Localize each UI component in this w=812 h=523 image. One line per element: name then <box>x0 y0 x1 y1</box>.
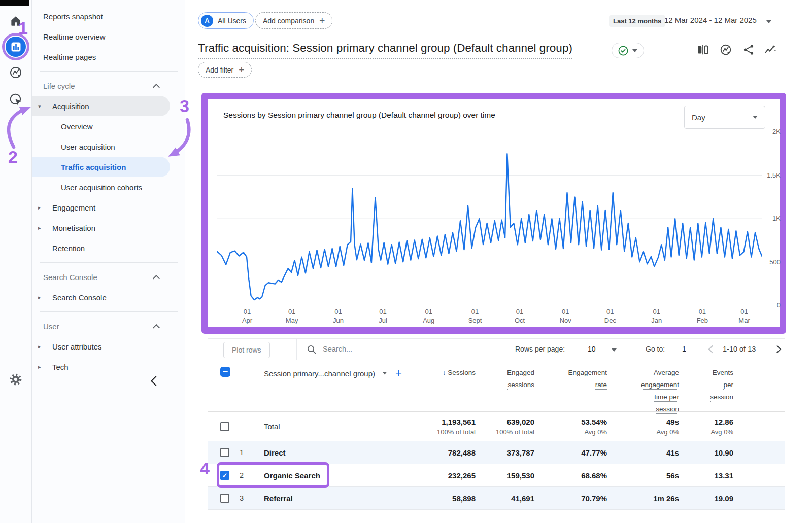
insights-gauge-icon[interactable] <box>719 43 732 56</box>
sidebar-item-label: Tech <box>52 363 69 371</box>
comparisons-icon[interactable] <box>696 43 709 56</box>
add-filter-button[interactable]: Add filter+ <box>198 62 252 78</box>
metric-value: 70.79% <box>534 494 607 503</box>
annotation-step-3: 3 <box>180 96 189 116</box>
controls-divider <box>296 339 297 360</box>
total-row-checkbox[interactable] <box>220 422 229 431</box>
sidebar-section-search-console[interactable]: Search Console <box>32 267 185 287</box>
sidebar-item-retention[interactable]: Retention <box>32 238 185 258</box>
search-input[interactable]: Search... <box>323 345 352 353</box>
column-header-engaged-sessions[interactable]: Engagedsessions <box>476 367 534 391</box>
column-header-avg-engagement-time[interactable]: Averageengagementtime persession <box>607 367 679 415</box>
add-comparison-button[interactable]: Add comparison+ <box>255 12 332 29</box>
go-to-input[interactable]: 1 <box>682 345 686 353</box>
plot-rows-button[interactable]: Plot rows <box>223 342 270 358</box>
table-column-divider <box>425 360 425 523</box>
add-metric-icon[interactable]: + <box>395 367 402 380</box>
sidebar-item-search-console[interactable]: ▸Search Console <box>32 287 185 307</box>
x-axis-tick: 01Apr <box>236 307 258 325</box>
expander-right-icon[interactable]: ▸ <box>38 343 41 350</box>
audience-chip-all-users[interactable]: A All Users <box>198 12 254 29</box>
x-axis-tick: 01Aug <box>418 307 440 325</box>
sidebar-item-label: Realtime overview <box>43 32 106 41</box>
annotation-step-2: 2 <box>8 147 18 167</box>
plus-icon: + <box>319 16 325 25</box>
dimension-header[interactable]: Session primary...channel group) + <box>257 367 425 380</box>
chart-title: Sessions by Session primary channel grou… <box>223 111 495 120</box>
header-divider <box>197 36 812 36</box>
share-icon[interactable] <box>742 43 755 56</box>
metric-value: 159,530 <box>476 471 534 480</box>
rows-per-page-select[interactable]: 10 <box>588 345 596 353</box>
auto-insights-icon[interactable] <box>764 43 777 56</box>
sidebar-divider <box>40 311 178 312</box>
expander-right-icon[interactable]: ▸ <box>38 204 41 211</box>
sidebar-item-acquisition[interactable]: ▾Acquisition <box>32 96 170 116</box>
next-page-icon[interactable] <box>773 345 782 354</box>
ga4-traffic-acquisition-page: Reports snapshotRealtime overviewRealtim… <box>0 0 812 523</box>
rows-per-page-label: Rows per page: <box>515 345 565 353</box>
sidebar-item-realtime-overview[interactable]: Realtime overview <box>32 26 185 47</box>
advertising-icon[interactable] <box>8 92 23 107</box>
date-range-picker[interactable]: 12 Mar 2024 - 12 Mar 2025 <box>664 16 757 24</box>
date-caret-icon[interactable] <box>766 20 771 23</box>
x-axis-tick: 01Mar <box>733 307 756 325</box>
expander-right-icon[interactable]: ▸ <box>38 225 41 231</box>
x-axis-tick: 01May <box>281 307 303 325</box>
channel-name: Referral <box>257 494 425 503</box>
sidebar-item-overview[interactable]: Overview <box>32 116 185 136</box>
sidebar-item-traffic-acquisition[interactable]: Traffic acquisition <box>32 157 170 177</box>
row-checkbox[interactable] <box>220 448 229 457</box>
chevron-up-icon <box>153 324 160 331</box>
sidebar-item-user-acquisition[interactable]: User acquisition <box>32 136 185 157</box>
sidebar-item-user-acquisition-cohorts[interactable]: User acquisition cohorts <box>32 177 185 197</box>
metric-value: 232,265 <box>425 471 476 480</box>
sidebar-item-user-attributes[interactable]: ▸User attributes <box>32 336 185 357</box>
data-quality-badge[interactable] <box>612 43 644 58</box>
sidebar-item-label: Monetisation <box>52 224 95 232</box>
total-value: 1,193,561 <box>425 417 476 426</box>
sidebar-item-realtime-pages[interactable]: Realtime pages <box>32 47 185 67</box>
metric-value: 56s <box>607 471 679 480</box>
column-header-events-per-session[interactable]: Eventspersession <box>679 367 733 403</box>
expander-right-icon[interactable]: ▸ <box>38 364 41 370</box>
page-title[interactable]: Traffic acquisition: Session primary cha… <box>198 42 572 59</box>
metric-value: 10.90 <box>679 448 733 457</box>
audience-badge: A <box>201 15 213 27</box>
sidebar-item-monetisation[interactable]: ▸Monetisation <box>32 218 185 238</box>
reports-icon[interactable] <box>6 37 26 57</box>
granularity-select[interactable]: Day <box>684 106 765 129</box>
sessions-over-time-chart-card: Sessions by Session primary channel grou… <box>201 93 786 334</box>
select-all-checkbox[interactable] <box>220 367 230 377</box>
admin-gear-icon[interactable] <box>8 372 23 387</box>
sidebar-item-label: Traffic acquisition <box>61 163 126 171</box>
row-checkbox[interactable] <box>220 494 229 503</box>
sidebar-item-tech[interactable]: ▸Tech <box>32 357 185 377</box>
expander-down-icon[interactable]: ▾ <box>38 103 41 110</box>
row-checkbox[interactable]: ✓ <box>220 471 229 480</box>
sidebar-item-label: Acquisition <box>52 102 89 111</box>
sidebar-section-user[interactable]: User <box>32 316 185 336</box>
y-axis-tick: 1.5K <box>761 171 781 179</box>
rows-per-page-caret-icon[interactable] <box>612 348 617 352</box>
annotation-step-1: 1 <box>18 18 28 38</box>
x-axis-tick: 01Jul <box>371 307 394 325</box>
total-value: 49s <box>607 417 679 426</box>
row-number: 3 <box>232 494 257 502</box>
plus-icon: + <box>239 65 244 75</box>
metric-value: 13.31 <box>679 471 733 480</box>
sidebar-item-engagement[interactable]: ▸Engagement <box>32 197 185 218</box>
sidebar-item-label: Engagement <box>52 203 95 212</box>
sidebar-section-life-cycle[interactable]: Life cycle <box>32 76 185 96</box>
expander-right-icon[interactable]: ▸ <box>38 294 41 301</box>
column-header-sessions[interactable]: ↓ Sessions <box>425 367 476 379</box>
column-header-engagement-rate[interactable]: Engagementrate <box>534 367 607 391</box>
search-icon[interactable] <box>307 344 317 355</box>
reports-sidebar: Reports snapshotRealtime overviewRealtim… <box>32 0 185 523</box>
explore-icon[interactable] <box>8 65 23 80</box>
prev-page-icon[interactable] <box>708 345 717 354</box>
x-axis-tick: 01Nov <box>554 307 577 325</box>
sidebar-item-reports-snapshot[interactable]: Reports snapshot <box>32 6 185 26</box>
y-axis-tick: 500 <box>761 258 781 266</box>
y-axis-tick: 2K <box>761 128 781 135</box>
